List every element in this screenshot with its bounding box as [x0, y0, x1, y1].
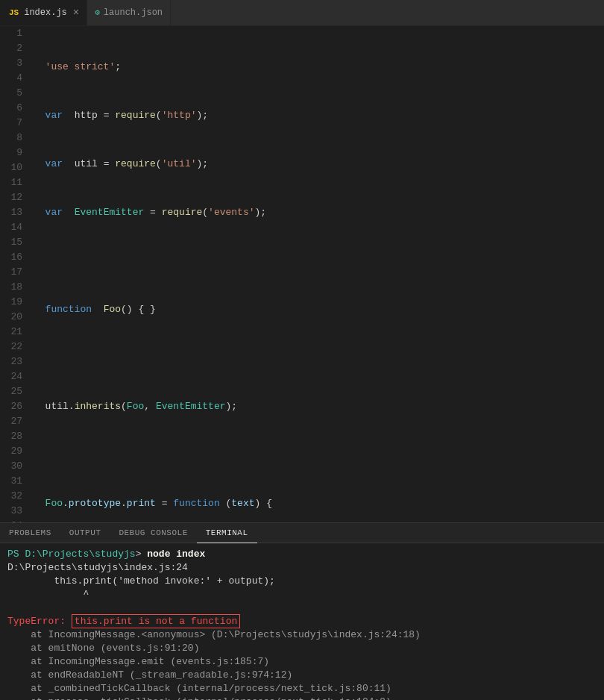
- line-num-17: 17: [0, 265, 22, 280]
- line-num-3: 3: [0, 56, 22, 71]
- terminal-error-label: TypeError:: [7, 616, 72, 627]
- code-line-9: [34, 448, 604, 463]
- terminal-trace-2: at emitNone (events.js:91:20): [7, 642, 597, 655]
- line-num-26: 26: [0, 399, 22, 414]
- line-num-21: 21: [0, 325, 22, 340]
- line-num-2: 2: [0, 41, 22, 56]
- editor-area: 1 2 3 4 5 6 7 8 9 10 11 12 13 14 15 16 1…: [0, 26, 604, 522]
- line-num-32: 32: [0, 489, 22, 504]
- line-num-8: 8: [0, 131, 22, 146]
- json-icon: ⚙: [95, 7, 100, 17]
- line-num-11: 11: [0, 175, 22, 190]
- tab-launch-json[interactable]: ⚙ launch.json: [87, 0, 171, 25]
- code-line-4: var EventEmitter = require('events');: [34, 205, 604, 220]
- line-num-18: 18: [0, 280, 22, 295]
- tab-debug-console[interactable]: DEBUG CONSOLE: [110, 523, 196, 543]
- line-num-27: 27: [0, 414, 22, 429]
- terminal-error-message: this.print is not a function: [72, 614, 240, 628]
- code-line-1: 'use strict';: [34, 60, 604, 75]
- line-num-10: 10: [0, 160, 22, 175]
- tab-index-js-label: index.js: [24, 7, 67, 18]
- terminal-content[interactable]: PS D:\Projects\studyjs> node index D:\Pr…: [0, 543, 604, 700]
- line-num-15: 15: [0, 235, 22, 250]
- terminal-trace-3: at IncomingMessage.emit (events.js:185:7…: [7, 655, 597, 669]
- code-line-10: Foo.prototype.print = function (text) {: [34, 496, 604, 511]
- tab-terminal[interactable]: TERMINAL: [197, 523, 257, 543]
- tab-index-js[interactable]: JS index.js ×: [0, 0, 87, 25]
- line-num-22: 22: [0, 340, 22, 354]
- terminal-trace-1: at IncomingMessage.<anonymous> (D:\Proje…: [7, 628, 597, 642]
- js-icon: JS: [7, 7, 20, 18]
- panel-tabs: PROBLEMS OUTPUT DEBUG CONSOLE TERMINAL: [0, 523, 604, 543]
- terminal-path-1: PS D:\Projects\studyjs: [7, 549, 136, 560]
- line-num-34: 34: [0, 519, 22, 522]
- line-num-14: 14: [0, 220, 22, 235]
- terminal-line-2: D:\Projects\studyjs\index.js:24: [7, 561, 597, 575]
- terminal-trace-6: at process._tickCallback (internal/proce…: [7, 696, 597, 700]
- line-num-30: 30: [0, 459, 22, 474]
- line-num-28: 28: [0, 429, 22, 444]
- line-num-13: 13: [0, 205, 22, 220]
- line-num-9: 9: [0, 146, 22, 160]
- line-num-16: 16: [0, 250, 22, 265]
- terminal-line-error: TypeError: this.print is not a function: [7, 615, 597, 628]
- terminal-command: node index: [147, 549, 205, 560]
- tab-launch-json-label: launch.json: [104, 7, 163, 18]
- line-num-19: 19: [0, 295, 22, 310]
- tab-close-index-js[interactable]: ×: [73, 7, 79, 18]
- line-num-6: 6: [0, 101, 22, 116]
- terminal-trace-4: at endReadableNT (_stream_readable.js:97…: [7, 669, 597, 682]
- line-num-23: 23: [0, 354, 22, 369]
- line-num-24: 24: [0, 369, 22, 384]
- code-line-8: util.inherits(Foo, EventEmitter);: [34, 399, 604, 414]
- code-area[interactable]: 'use strict'; var http = require('http')…: [30, 26, 604, 522]
- code-line-5: [34, 254, 604, 269]
- code-line-3: var util = require('util');: [34, 157, 604, 172]
- code-line-6: function Foo() { }: [34, 302, 604, 317]
- line-num-12: 12: [0, 190, 22, 205]
- terminal-cmd-1: >: [136, 549, 148, 560]
- line-num-29: 29: [0, 444, 22, 459]
- line-num-1: 1: [0, 26, 22, 41]
- code-line-2: var http = require('http');: [34, 108, 604, 123]
- terminal-line-3: this.print('method invoke:' + output);: [7, 575, 597, 588]
- tab-bar: JS index.js × ⚙ launch.json: [0, 0, 604, 26]
- line-num-4: 4: [0, 71, 22, 86]
- line-num-5: 5: [0, 86, 22, 101]
- bottom-panel: PROBLEMS OUTPUT DEBUG CONSOLE TERMINAL P…: [0, 523, 604, 700]
- line-num-7: 7: [0, 116, 22, 131]
- terminal-trace-5: at _combinedTickCallback (internal/proce…: [7, 682, 597, 696]
- line-num-20: 20: [0, 310, 22, 325]
- line-num-33: 33: [0, 504, 22, 519]
- line-num-31: 31: [0, 474, 22, 489]
- terminal-line-4: ^: [7, 588, 597, 601]
- line-numbers: 1 2 3 4 5 6 7 8 9 10 11 12 13 14 15 16 1…: [0, 26, 30, 522]
- code-line-7: [34, 351, 604, 366]
- line-num-25: 25: [0, 384, 22, 399]
- tab-problems[interactable]: PROBLEMS: [0, 523, 60, 543]
- terminal-line-5: [7, 601, 597, 615]
- tab-output[interactable]: OUTPUT: [60, 523, 110, 543]
- terminal-line-1: PS D:\Projects\studyjs> node index: [7, 548, 597, 561]
